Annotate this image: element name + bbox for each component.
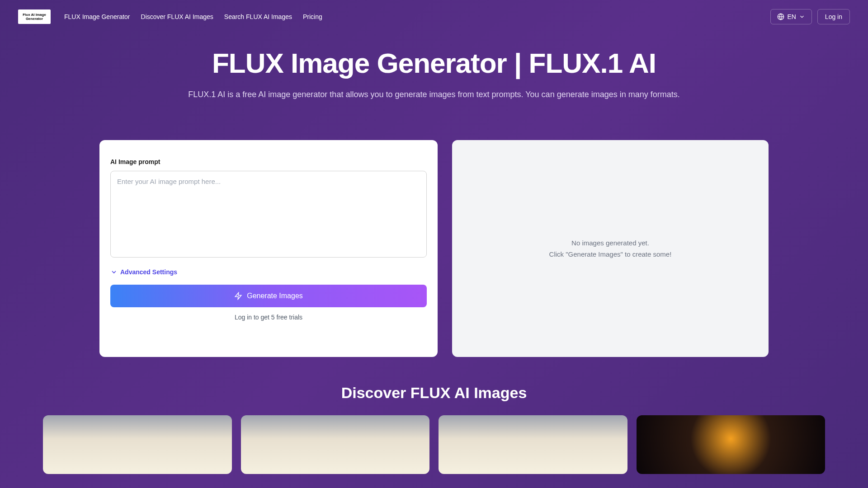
- nav-link-generator[interactable]: FLUX Image Generator: [64, 13, 130, 20]
- main-panels: AI Image prompt Advanced Settings Genera…: [0, 122, 868, 375]
- hero-section: FLUX Image Generator | FLUX.1 AI FLUX.1 …: [0, 33, 868, 122]
- nav-right: EN Log in: [770, 9, 850, 24]
- language-label: EN: [787, 13, 796, 20]
- zap-icon: [234, 292, 242, 300]
- gallery-image[interactable]: [439, 415, 627, 474]
- logo-text: Flux AI Image Generator: [18, 13, 51, 21]
- advanced-settings-label: Advanced Settings: [120, 268, 177, 276]
- logo[interactable]: Flux AI Image Generator: [18, 9, 51, 24]
- login-button[interactable]: Log in: [817, 9, 850, 24]
- prompt-panel: AI Image prompt Advanced Settings Genera…: [99, 140, 438, 357]
- prompt-label: AI Image prompt: [110, 158, 427, 165]
- empty-state-line2: Click "Generate Images" to create some!: [549, 249, 672, 260]
- navbar: Flux AI Image Generator FLUX Image Gener…: [0, 0, 868, 33]
- page-title: FLUX Image Generator | FLUX.1 AI: [18, 47, 850, 79]
- nav-link-search[interactable]: Search FLUX AI Images: [224, 13, 292, 20]
- gallery-image[interactable]: [637, 415, 826, 474]
- globe-icon: [777, 13, 784, 20]
- output-empty-state: No images generated yet. Click "Generate…: [549, 237, 672, 260]
- page-subtitle: FLUX.1 AI is a free AI image generator t…: [18, 90, 850, 99]
- output-panel: No images generated yet. Click "Generate…: [452, 140, 769, 357]
- advanced-settings-toggle[interactable]: Advanced Settings: [110, 268, 427, 276]
- nav-link-pricing[interactable]: Pricing: [303, 13, 322, 20]
- svg-marker-2: [235, 293, 241, 300]
- generate-button-label: Generate Images: [247, 292, 303, 300]
- gallery-image[interactable]: [241, 415, 430, 474]
- discover-section: Discover FLUX AI Images: [0, 375, 868, 474]
- language-selector[interactable]: EN: [770, 9, 811, 24]
- gallery-image[interactable]: [43, 415, 232, 474]
- nav-link-discover[interactable]: Discover FLUX AI Images: [141, 13, 213, 20]
- chevron-down-icon: [799, 14, 805, 20]
- trial-text: Log in to get 5 free trials: [110, 314, 427, 321]
- prompt-input[interactable]: [110, 171, 427, 258]
- chevron-down-icon: [110, 268, 118, 276]
- image-grid: [43, 415, 825, 474]
- discover-title: Discover FLUX AI Images: [43, 384, 825, 402]
- nav-links: FLUX Image Generator Discover FLUX AI Im…: [64, 13, 757, 20]
- empty-state-line1: No images generated yet.: [549, 237, 672, 249]
- generate-button[interactable]: Generate Images: [110, 285, 427, 307]
